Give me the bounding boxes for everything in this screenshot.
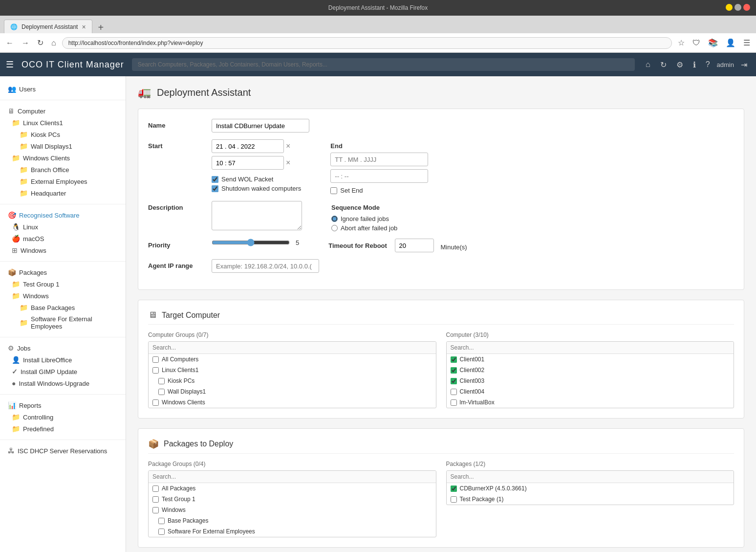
shutdown-waked-label[interactable]: Shutdown waked computers xyxy=(212,185,301,192)
tab-close-button[interactable]: × xyxy=(82,23,86,31)
sidebar-item-windows-pkg[interactable]: 📁 Windows xyxy=(4,290,126,302)
priority-slider[interactable] xyxy=(212,239,290,246)
package-test-package[interactable]: Test Package (1) xyxy=(447,494,734,505)
packages-search[interactable] xyxy=(447,471,734,483)
computer-client003-checkbox[interactable] xyxy=(451,378,457,384)
ignore-failed-radio[interactable] xyxy=(331,216,338,222)
close-button[interactable] xyxy=(743,4,750,11)
browser-tab-active[interactable]: 🌐 Deployment Assistant × xyxy=(4,20,92,33)
package-cdburnerxp-checkbox[interactable] xyxy=(451,486,457,492)
group-all-computers[interactable]: All Computers xyxy=(149,354,436,365)
refresh-action-button[interactable]: ↻ xyxy=(657,58,670,71)
sidebar-item-macos[interactable]: 🍎 macOS xyxy=(4,233,126,244)
sidebar-item-predefined[interactable]: 📁 Predefined xyxy=(4,423,126,435)
computer-lm-virtualbox-checkbox[interactable] xyxy=(451,399,457,406)
global-search-input[interactable] xyxy=(132,58,635,71)
sidebar-item-windows-clients[interactable]: 📁 Windows Clients xyxy=(4,152,126,164)
group-kiosk-pcs-checkbox[interactable] xyxy=(158,378,165,384)
package-test-package-checkbox[interactable] xyxy=(451,496,457,503)
sidebar-item-users[interactable]: 👥 Users xyxy=(0,83,126,95)
forward-button[interactable]: → xyxy=(20,37,31,49)
sidebar-item-test-group1[interactable]: 📁 Test Group 1 xyxy=(4,278,126,290)
pkg-group-test-group1-checkbox[interactable] xyxy=(152,496,159,503)
pkg-group-all-packages[interactable]: All Packages xyxy=(149,483,436,494)
agent-ip-input[interactable] xyxy=(212,259,319,273)
sidebar-item-kiosk-pcs[interactable]: 📁 Kiosk PCs xyxy=(12,129,126,140)
sidebar-item-isc-dhcp[interactable]: 🖧 ISC DHCP Server Reservations xyxy=(0,445,126,457)
sidebar-item-install-gimp[interactable]: ✓ Install GIMP Update xyxy=(4,366,126,377)
pkg-group-windows[interactable]: Windows xyxy=(149,505,436,515)
computer-client002-checkbox[interactable] xyxy=(451,367,457,374)
group-all-computers-checkbox[interactable] xyxy=(152,356,159,363)
computer-lm-virtualbox[interactable]: lm-VirtualBox xyxy=(447,397,734,408)
group-wall-displays1[interactable]: Wall Displays1 xyxy=(149,386,436,397)
url-bar[interactable] xyxy=(62,37,672,49)
end-date-input[interactable] xyxy=(330,153,428,166)
computer-client004-checkbox[interactable] xyxy=(451,389,457,395)
sidebar-item-controlling[interactable]: 📁 Controlling xyxy=(4,411,126,423)
computer-client004[interactable]: Client004 xyxy=(447,386,734,397)
sync-button[interactable]: 👤 xyxy=(724,36,737,49)
logout-button[interactable]: ⇥ xyxy=(738,58,750,71)
group-linux-clients1[interactable]: Linux Clients1 xyxy=(149,365,436,375)
group-windows-clients-checkbox[interactable] xyxy=(152,399,159,406)
new-tab-button[interactable]: + xyxy=(94,22,108,33)
package-cdburnerxp[interactable]: CDBurnerXP (4.5.0.3661) xyxy=(447,483,734,494)
hamburger-icon[interactable]: ☰ xyxy=(6,59,14,70)
abort-failed-radio[interactable] xyxy=(331,225,338,231)
computer-groups-search[interactable] xyxy=(149,342,436,354)
sidebar-item-external-employees[interactable]: 📁 External Employees xyxy=(12,176,126,187)
group-windows-clients[interactable]: Windows Clients xyxy=(149,397,436,408)
pkg-group-windows-checkbox[interactable] xyxy=(152,507,159,513)
sidebar-item-install-libreoffice[interactable]: 👤 Install LibreOffice xyxy=(4,354,126,366)
computer-client001-checkbox[interactable] xyxy=(451,356,457,363)
set-end-checkbox[interactable] xyxy=(330,187,337,194)
sidebar-item-jobs[interactable]: ⚙ Jobs xyxy=(0,342,126,354)
pkg-group-all-packages-checkbox[interactable] xyxy=(152,486,159,492)
settings-action-button[interactable]: ⚙ xyxy=(673,58,686,71)
group-linux-clients1-checkbox[interactable] xyxy=(152,367,159,374)
send-wol-checkbox[interactable] xyxy=(212,176,218,183)
home-button[interactable]: ⌂ xyxy=(49,37,58,49)
bookmark-button[interactable]: ☆ xyxy=(676,36,687,49)
help-action-button[interactable]: ? xyxy=(703,58,713,71)
sidebar-item-computer[interactable]: 🖥 Computer xyxy=(0,105,126,117)
sidebar-item-packages[interactable]: 📦 Packages xyxy=(0,266,126,278)
start-time-clear-button[interactable]: × xyxy=(286,158,290,167)
bookmark-star-button[interactable]: 📚 xyxy=(706,36,720,49)
name-input[interactable] xyxy=(212,119,309,132)
sidebar-item-recognised-software[interactable]: 🎯 Recognised Software xyxy=(0,209,126,221)
sidebar-item-linux[interactable]: 🐧 Linux xyxy=(4,221,126,233)
refresh-button[interactable]: ↻ xyxy=(35,36,45,49)
group-kiosk-pcs[interactable]: Kiosk PCs xyxy=(149,375,436,386)
description-textarea[interactable] xyxy=(212,201,302,230)
sidebar-item-reports[interactable]: 📊 Reports xyxy=(0,399,126,411)
computer-client001[interactable]: Client001 xyxy=(447,354,734,365)
group-wall-displays1-checkbox[interactable] xyxy=(158,389,165,395)
menu-button[interactable]: ☰ xyxy=(741,36,752,49)
send-wol-label[interactable]: Send WOL Packet xyxy=(212,176,301,183)
pkg-group-test-group1[interactable]: Test Group 1 xyxy=(149,494,436,505)
package-groups-search[interactable] xyxy=(149,471,436,483)
sidebar-item-wall-displays1[interactable]: 📁 Wall Displays1 xyxy=(12,140,126,152)
sidebar-item-headquarter[interactable]: 📁 Headquarter xyxy=(12,187,126,199)
pkg-group-base-packages[interactable]: Base Packages xyxy=(149,515,436,526)
end-time-input[interactable] xyxy=(330,169,428,183)
timeout-input[interactable] xyxy=(395,239,434,252)
sidebar-item-base-packages[interactable]: 📁 Base Packages xyxy=(12,302,126,313)
computer-client002[interactable]: Client002 xyxy=(447,365,734,375)
start-date-clear-button[interactable]: × xyxy=(286,142,290,151)
sidebar-item-install-windows-upgrade[interactable]: ● Install Windows-Upgrade xyxy=(4,377,126,389)
back-button[interactable]: ← xyxy=(4,37,16,49)
start-time-input[interactable] xyxy=(212,156,284,170)
maximize-button[interactable] xyxy=(734,4,741,11)
ignore-failed-label[interactable]: Ignore failed jobs xyxy=(331,215,397,222)
sidebar-item-windows-rec[interactable]: ⊞ Windows xyxy=(4,244,126,256)
minimize-button[interactable] xyxy=(726,4,733,11)
computer-client003[interactable]: Client003 xyxy=(447,375,734,386)
computers-search[interactable] xyxy=(447,342,734,354)
pkg-group-software-external-checkbox[interactable] xyxy=(158,529,165,535)
shield-button[interactable]: 🛡 xyxy=(691,37,702,49)
abort-failed-label[interactable]: Abort after failed job xyxy=(331,224,397,232)
pkg-group-base-packages-checkbox[interactable] xyxy=(158,518,165,524)
